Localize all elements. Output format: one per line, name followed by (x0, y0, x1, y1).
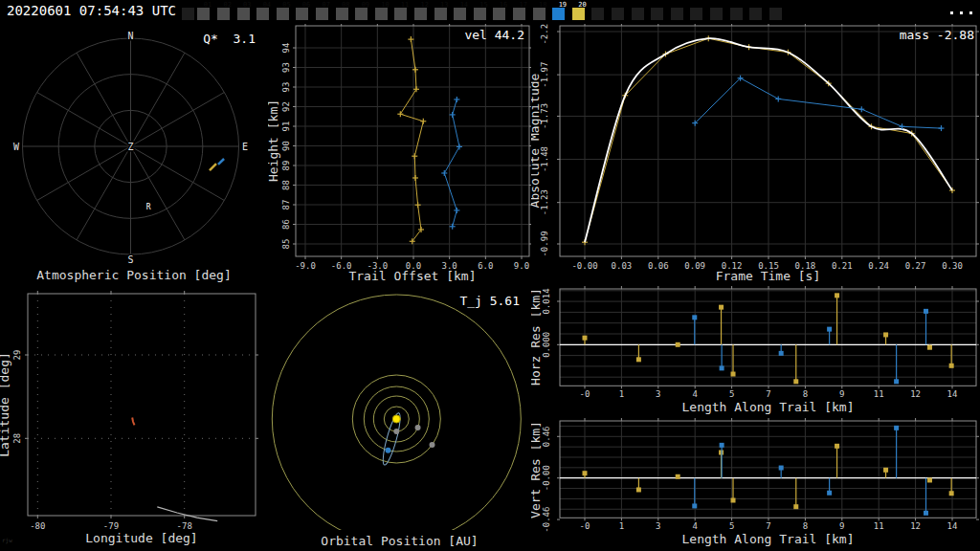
station-blue (692, 309, 928, 384)
axes (557, 286, 979, 388)
orbit-diagram (272, 295, 521, 543)
tick-label: -2.22 (540, 24, 549, 45)
vertical-residuals-plot: Vert Res [km] -013457891112140.46-0.00-0… (531, 414, 980, 551)
frame-tab-04[interactable]: 04 (256, 8, 269, 20)
axes (25, 291, 258, 518)
frame-tab-18[interactable]: 18 (533, 8, 546, 20)
tick-label: 88 (281, 180, 291, 190)
planet-mars (430, 442, 435, 448)
frame-tab-number: 02 (223, 2, 231, 9)
longitude-x-axis-label: Longitude [deg] (28, 531, 256, 545)
tick-label: -78 (177, 521, 192, 531)
frame-tab-blank (591, 8, 604, 20)
frame-tab-03[interactable]: 03 (237, 8, 250, 20)
tick-label: -0.46 (542, 507, 551, 533)
horizontal-residuals-panel: Horz Res [km] -013457891112140.0140.000 … (531, 282, 980, 416)
frame-tab-07[interactable]: 07 (316, 8, 328, 20)
frame-tab-17[interactable]: 17 (513, 8, 525, 20)
tick-label: 14 (947, 521, 958, 531)
tick-label: 0.46 (542, 426, 551, 447)
axes (557, 418, 979, 520)
tick-label: 8 (803, 521, 808, 531)
orbital-position-panel: T_j 5.61 Orbital Position [AU] (268, 282, 531, 551)
frame-tab-01[interactable]: 01 (197, 8, 210, 20)
orbital-x-axis-label: Orbital Position [AU] (268, 534, 531, 548)
tick-label: -1.97 (540, 62, 549, 88)
trail-x-axis-label: Trail Offset [km] (296, 269, 529, 283)
tick-label: 92 (281, 101, 291, 112)
trail-y-axis-label: Height [km] (268, 99, 280, 182)
tick-label: 8 (803, 389, 808, 399)
frame-tab-number: 07 (322, 2, 329, 9)
coastline (157, 507, 217, 521)
ground-track-panel: Latitude [deg] -80-79-782829 Longitude [… (0, 282, 268, 551)
frame-tab-number: 09 (362, 2, 369, 9)
tick-label: 9 (839, 389, 844, 399)
tick-label: 9 (839, 521, 844, 531)
tick-label: -1.73 (540, 103, 549, 129)
top-status-bar: 20220601 07:54:43 UTC 010203040506070809… (0, 0, 980, 24)
tick-label: 14 (947, 389, 958, 399)
tick-label: -0 (580, 521, 590, 531)
frame-tab-08[interactable]: 08 (336, 8, 348, 20)
tick-label: 11 (874, 521, 884, 531)
station-blue (692, 76, 944, 131)
radiant-marker: R (146, 203, 151, 211)
horizontal-residuals-plot: Horz Res [km] -013457891112140.0140.000 (531, 282, 980, 416)
frame-tab-blank (651, 8, 663, 20)
frame-tab-11[interactable]: 11 (394, 8, 407, 20)
tick-label: 29 (12, 350, 22, 361)
tick-label: 5 (729, 521, 734, 531)
frame-tab-number: 10 (381, 2, 389, 9)
watermark: rjw (2, 537, 12, 543)
frame-tab-06[interactable]: 06 (296, 8, 308, 20)
vertical-residuals-panel: Vert Res [km] -013457891112140.46-0.00-0… (531, 414, 980, 551)
axes (557, 24, 979, 259)
compass-east-label: E (242, 142, 248, 152)
compass-west-label: W (13, 142, 20, 152)
tick-label: -0.99 (540, 231, 549, 256)
frame-tab-number: 17 (519, 2, 526, 9)
frame-tab-number: 19 (559, 2, 567, 9)
orbital-position-plot (268, 282, 531, 551)
tick-label: 93 (281, 82, 291, 93)
tick-label: 89 (281, 161, 291, 171)
vert-res-x-axis-label: Length Along Trail [km] (560, 532, 976, 546)
tick-label: 0.000 (542, 332, 551, 358)
light-curve-plot: Absolute Magnitude -0.000.030.060.090.12… (531, 24, 980, 287)
mass-value: mass -2.88 (900, 28, 974, 42)
frame-tab-19[interactable]: 19 (552, 8, 565, 20)
tick-label: 4 (692, 389, 697, 399)
frame-tab-09[interactable]: 09 (355, 8, 368, 20)
trail-offset-panel: Height [km] -9.0-6.0-3.00.03.06.09.08586… (268, 24, 531, 287)
frame-tab-15[interactable]: 15 (474, 8, 486, 20)
frame-tab-13[interactable]: 13 (434, 8, 447, 20)
magnitude-x-axis-label: Frame Time [s] (560, 269, 976, 283)
frame-tab-02[interactable]: 02 (217, 8, 230, 20)
frame-tab-16[interactable]: 16 (493, 8, 505, 20)
frame-tab-number: 12 (420, 2, 428, 9)
frame-tab-number: 03 (243, 2, 251, 9)
tick-label: 0.014 (542, 288, 551, 314)
tick-label: 3 (656, 521, 660, 531)
frame-tab-14[interactable]: 14 (454, 8, 466, 20)
frame-tab-20[interactable]: 20 (572, 8, 585, 20)
magnitude-y-axis-label: Absolute Magnitude (531, 73, 542, 208)
tick-label: -1.48 (540, 146, 549, 172)
compass-north-label: N (127, 31, 133, 41)
tick-label: 11 (874, 389, 884, 399)
light-curve-panel: Absolute Magnitude -0.000.030.060.090.12… (531, 24, 980, 287)
frame-tab-05[interactable]: 05 (277, 8, 289, 20)
tick-label: 93 (281, 62, 291, 73)
tick-label: 85 (281, 239, 291, 250)
overflow-menu-icon[interactable] (950, 11, 975, 16)
horz-res-x-axis-label: Length Along Trail [km] (560, 400, 976, 414)
latitude-y-axis-label: Latitude [deg] (0, 352, 11, 457)
tick-label: 94 (281, 43, 291, 54)
frame-tab-number: 05 (282, 2, 290, 9)
frame-tab-12[interactable]: 12 (414, 8, 427, 20)
tick-label: 4 (692, 521, 697, 531)
frame-tab-number: 14 (460, 2, 468, 9)
utc-clock: 20220601 07:54:43 UTC (7, 3, 176, 18)
frame-tab-10[interactable]: 10 (375, 8, 388, 20)
